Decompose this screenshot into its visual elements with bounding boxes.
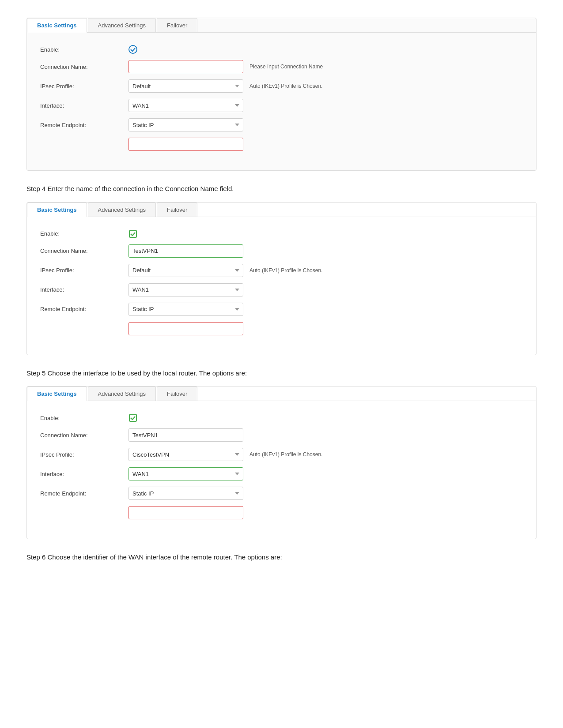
input-connname-2[interactable]	[128, 244, 243, 258]
row-connname-1: Connection Name: Please Input Connection…	[40, 60, 523, 73]
section-panel1: Basic Settings Advanced Settings Failove…	[26, 18, 537, 171]
svg-point-0	[129, 45, 137, 53]
select-interface-1[interactable]: WAN1	[128, 99, 243, 112]
input-extra-2[interactable]	[128, 322, 243, 335]
row-enable-1: Enable:	[40, 45, 523, 54]
tab-advanced-3[interactable]: Advanced Settings	[88, 387, 156, 401]
hint-connname-1: Please Input Connection Name	[249, 64, 323, 70]
tab-failover-2[interactable]: Failover	[157, 203, 197, 217]
form-panel-2: Basic Settings Advanced Settings Failove…	[26, 202, 537, 355]
tab-bar-2: Basic Settings Advanced Settings Failove…	[27, 203, 536, 217]
tab-bar-3: Basic Settings Advanced Settings Failove…	[27, 387, 536, 401]
select-ipsec-3[interactable]: CiscoTestVPN	[128, 448, 243, 461]
row-interface-1: Interface: WAN1	[40, 99, 523, 112]
row-enable-3: Enable:	[40, 413, 523, 422]
svg-rect-1	[129, 230, 136, 237]
checkbox-checked-icon-3	[128, 413, 137, 422]
input-extra-3[interactable]	[128, 506, 243, 519]
label-remote-1: Remote Endpoint:	[40, 122, 128, 128]
tab-bar-1: Basic Settings Advanced Settings Failove…	[27, 18, 536, 33]
label-connname-3: Connection Name:	[40, 432, 128, 439]
label-ipsec-3: IPsec Profile:	[40, 451, 128, 458]
tab-basic-3[interactable]: Basic Settings	[27, 387, 87, 401]
row-ipsec-3: IPsec Profile: CiscoTestVPN Auto (IKEv1)…	[40, 448, 523, 461]
checkbox-enable-3[interactable]	[128, 413, 137, 422]
row-remote-1: Remote Endpoint: Static IP	[40, 118, 523, 131]
row-interface-3: Interface: WAN1	[40, 467, 523, 480]
label-remote-2: Remote Endpoint:	[40, 306, 128, 312]
label-connname-1: Connection Name:	[40, 64, 128, 70]
row-interface-2: Interface: WAN1	[40, 283, 523, 296]
step4-text: Step 4 Enter the name of the connection …	[26, 184, 537, 194]
tab-basic-2[interactable]: Basic Settings	[27, 203, 87, 217]
tab-advanced-2[interactable]: Advanced Settings	[88, 203, 156, 217]
form-body-1: Enable: Connection Name: Please Input Co…	[27, 41, 536, 161]
select-interface-2[interactable]: WAN1	[128, 283, 243, 296]
form-panel-3: Basic Settings Advanced Settings Failove…	[26, 386, 537, 539]
form-panel-1: Basic Settings Advanced Settings Failove…	[26, 18, 537, 171]
row-remote-2: Remote Endpoint: Static IP	[40, 303, 523, 316]
form-body-2: Enable: Connection Name: IPsec Profile: …	[27, 225, 536, 346]
row-extra-1	[40, 138, 523, 151]
row-remote-3: Remote Endpoint: Static IP	[40, 487, 523, 500]
checkbox-enable-1[interactable]	[128, 45, 137, 54]
label-enable-3: Enable:	[40, 415, 128, 421]
row-ipsec-2: IPsec Profile: Default Auto (IKEv1) Prof…	[40, 264, 523, 277]
checkbox-checked-icon-1	[128, 45, 137, 54]
row-connname-2: Connection Name:	[40, 244, 523, 258]
select-remote-3[interactable]: Static IP	[128, 487, 243, 500]
label-ipsec-2: IPsec Profile:	[40, 267, 128, 274]
row-enable-2: Enable:	[40, 229, 523, 238]
checkbox-enable-2[interactable]	[128, 229, 137, 238]
label-enable-1: Enable:	[40, 46, 128, 53]
label-interface-2: Interface:	[40, 286, 128, 293]
select-ipsec-2[interactable]: Default	[128, 264, 243, 277]
input-connname-1[interactable]	[128, 60, 243, 73]
section-panel3: Basic Settings Advanced Settings Failove…	[26, 386, 537, 539]
input-extra-1[interactable]	[128, 138, 243, 151]
tab-advanced-1[interactable]: Advanced Settings	[88, 18, 156, 32]
hint-ipsec-1: Auto (IKEv1) Profile is Chosen.	[249, 83, 322, 89]
label-connname-2: Connection Name:	[40, 248, 128, 254]
form-body-3: Enable: Connection Name: IPsec Profile: …	[27, 409, 536, 530]
label-interface-1: Interface:	[40, 102, 128, 109]
row-extra-3	[40, 506, 523, 519]
label-ipsec-1: IPsec Profile:	[40, 83, 128, 90]
select-ipsec-1[interactable]: Default	[128, 79, 243, 93]
label-enable-2: Enable:	[40, 230, 128, 237]
step6-text: Step 6 Choose the identifier of the WAN …	[26, 552, 537, 563]
row-extra-2	[40, 322, 523, 335]
row-connname-3: Connection Name:	[40, 428, 523, 442]
select-remote-2[interactable]: Static IP	[128, 303, 243, 316]
checkbox-checked-icon-2	[128, 229, 137, 238]
hint-ipsec-3: Auto (IKEv1) Profile is Chosen.	[249, 451, 322, 458]
label-remote-3: Remote Endpoint:	[40, 490, 128, 497]
step5-text: Step 5 Choose the interface to be used b…	[26, 368, 537, 379]
tab-basic-1[interactable]: Basic Settings	[27, 18, 87, 33]
select-interface-3[interactable]: WAN1	[128, 467, 243, 480]
input-connname-3[interactable]	[128, 428, 243, 442]
tab-failover-1[interactable]: Failover	[157, 18, 197, 32]
section-panel2: Basic Settings Advanced Settings Failove…	[26, 202, 537, 355]
tab-failover-3[interactable]: Failover	[157, 387, 197, 401]
hint-ipsec-2: Auto (IKEv1) Profile is Chosen.	[249, 267, 322, 274]
svg-rect-2	[129, 414, 136, 421]
label-interface-3: Interface:	[40, 471, 128, 477]
row-ipsec-1: IPsec Profile: Default Auto (IKEv1) Prof…	[40, 79, 523, 93]
select-remote-1[interactable]: Static IP	[128, 118, 243, 131]
